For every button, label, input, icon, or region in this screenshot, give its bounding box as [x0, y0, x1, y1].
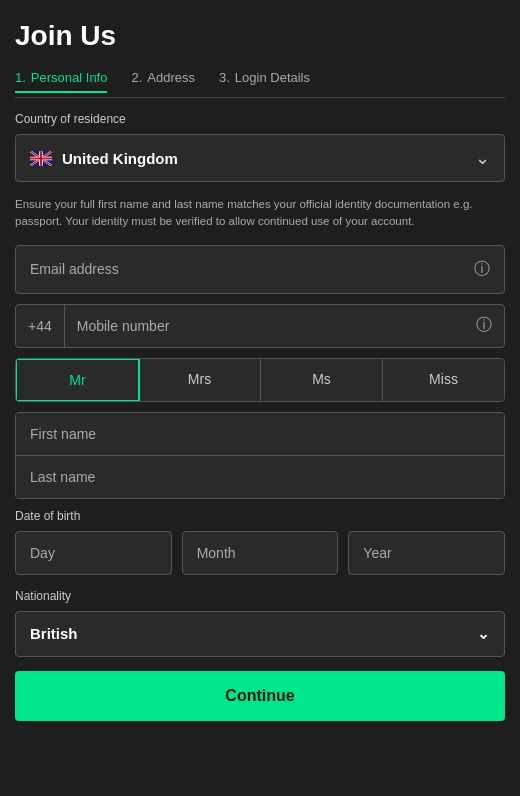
country-select-left: United Kingdom	[30, 150, 178, 167]
page-title: Join Us	[15, 20, 505, 52]
mobile-input[interactable]	[65, 305, 464, 347]
title-miss[interactable]: Miss	[383, 359, 504, 401]
title-mrs[interactable]: Mrs	[139, 359, 261, 401]
step-login-details[interactable]: 3. Login Details	[219, 70, 310, 93]
step-address[interactable]: 2. Address	[131, 70, 195, 93]
country-code: +44	[16, 305, 65, 347]
dob-month-input[interactable]	[182, 531, 339, 575]
country-label: Country of residence	[15, 112, 505, 126]
mobile-field-wrapper[interactable]: +44 ⓘ	[15, 304, 505, 348]
mobile-info-icon[interactable]: ⓘ	[464, 315, 504, 336]
step-1-label: Personal Info	[31, 70, 108, 85]
dob-day-input[interactable]	[15, 531, 172, 575]
title-ms[interactable]: Ms	[261, 359, 383, 401]
nationality-value: British	[30, 625, 78, 642]
step-2-label: Address	[147, 70, 195, 85]
chevron-down-icon: ⌄	[475, 147, 490, 169]
identity-info-text: Ensure your full first name and last nam…	[15, 196, 505, 231]
name-fields	[15, 412, 505, 499]
dob-year-input[interactable]	[348, 531, 505, 575]
country-name: United Kingdom	[62, 150, 178, 167]
continue-button[interactable]: Continue	[15, 671, 505, 721]
step-2-number: 2.	[131, 70, 142, 85]
step-personal-info[interactable]: 1. Personal Info	[15, 70, 107, 93]
uk-flag-icon	[30, 151, 52, 166]
step-3-number: 3.	[219, 70, 230, 85]
title-selector: Mr Mrs Ms Miss	[15, 358, 505, 402]
first-name-input[interactable]	[16, 413, 504, 456]
nationality-label: Nationality	[15, 589, 505, 603]
title-mr[interactable]: Mr	[15, 358, 140, 402]
nationality-chevron-icon: ⌄	[477, 625, 490, 643]
steps-divider	[15, 97, 505, 98]
dob-fields	[15, 531, 505, 575]
email-field-wrapper[interactable]: ⓘ	[15, 245, 505, 294]
dob-label: Date of birth	[15, 509, 505, 523]
email-input[interactable]	[30, 261, 474, 277]
country-select[interactable]: United Kingdom ⌄	[15, 134, 505, 182]
step-3-label: Login Details	[235, 70, 310, 85]
email-info-icon[interactable]: ⓘ	[474, 259, 490, 280]
last-name-input[interactable]	[16, 456, 504, 498]
steps-bar: 1. Personal Info 2. Address 3. Login Det…	[15, 70, 505, 93]
step-1-number: 1.	[15, 70, 26, 85]
nationality-select[interactable]: British ⌄	[15, 611, 505, 657]
